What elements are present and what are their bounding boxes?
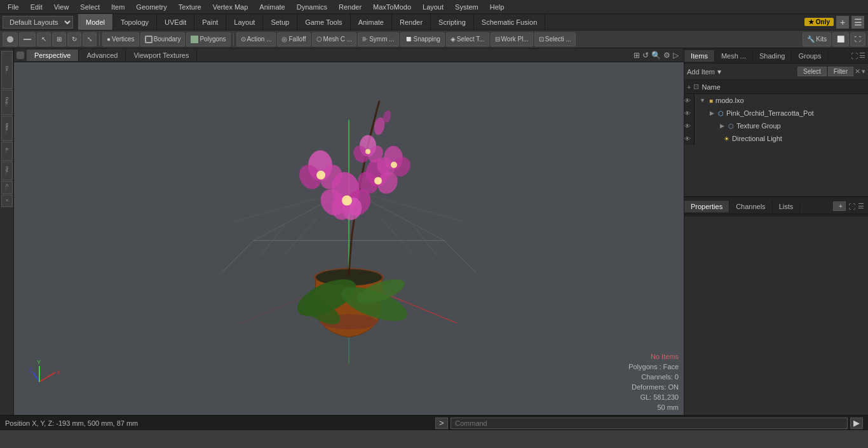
menu-render[interactable]: Render (334, 2, 367, 12)
eye-light[interactable]: 👁 (684, 132, 694, 145)
eye-texture-group[interactable]: 👁 (684, 119, 694, 132)
viewport-expand-icon[interactable]: ▷ (673, 51, 679, 60)
command-submit-btn[interactable]: ▶ (850, 417, 863, 429)
layout-tab-animate[interactable]: Animate (351, 14, 392, 30)
sidebar-f[interactable]: F (1, 194, 13, 207)
menu-file[interactable]: File (3, 2, 24, 12)
layout-selector[interactable]: Default Layouts (3, 16, 73, 29)
viewport-tab-advanced[interactable]: Advanced (79, 50, 126, 61)
command-arrow-btn[interactable]: > (435, 417, 448, 429)
select-tool-btn[interactable]: ◈ Select T... (446, 32, 489, 46)
vertices-btn[interactable]: ● Vertices (102, 32, 139, 46)
tool-rotate-btn[interactable]: ↻ (67, 32, 81, 46)
viewport-refresh-icon[interactable]: ↺ (642, 51, 649, 60)
filter-button[interactable]: Filter (828, 67, 853, 76)
header-filter-icon[interactable]: ⊡ (693, 83, 699, 91)
viewport-tab-perspective[interactable]: Perspective (27, 50, 79, 61)
menu-vertex-map[interactable]: Vertex Map (208, 2, 254, 12)
list-item-texture-group[interactable]: ▶ ⬡ Texture Group (695, 119, 868, 132)
menu-maxtomodo[interactable]: MaxToModo (368, 2, 416, 12)
tool-select-btn[interactable]: ↖ (37, 32, 51, 46)
add-layout-button[interactable]: + (836, 16, 849, 29)
menu-help[interactable]: Help (485, 2, 510, 12)
menu-texture[interactable]: Texture (173, 2, 207, 12)
menu-geometry[interactable]: Geometry (131, 2, 172, 12)
layout-tab-render[interactable]: Render (392, 14, 431, 30)
layout-tab-scripting[interactable]: Scripting (431, 14, 474, 30)
sidebar-mesh[interactable]: Mes... (1, 116, 13, 141)
panel-tab-shading[interactable]: Shading (753, 50, 792, 62)
layout-tab-topology[interactable]: Topology (113, 14, 157, 30)
command-input[interactable] (451, 417, 848, 429)
list-item-orchid[interactable]: ▶ ⬡ Pink_Orchid_Terracotta_Pot (695, 107, 868, 119)
menu-animate[interactable]: Animate (254, 2, 290, 12)
symmetry-btn[interactable]: ⊪ Symm ... (358, 32, 398, 46)
sidebar-polygon[interactable]: Pol... (1, 161, 13, 180)
sidebar-duplicate[interactable]: Dup... (1, 90, 13, 115)
panel-more-icon[interactable]: ▾ (862, 67, 865, 76)
tool-transform-btn[interactable]: ⊞ (52, 32, 66, 46)
prop-tab-channels[interactable]: Channels (729, 201, 772, 212)
eye-orchid[interactable]: 👁 (684, 107, 694, 119)
panel-options-icon[interactable]: ☰ (859, 51, 865, 60)
work-plane-btn[interactable]: ⊟ Work Pl... (491, 32, 533, 46)
viewport-settings-btn[interactable] (17, 51, 24, 59)
list-item-modo-lxo[interactable]: ▼ ■ modo.lxo (695, 94, 868, 107)
prop-tab-lists[interactable]: Lists (773, 201, 801, 212)
menu-select[interactable]: Select (75, 2, 105, 12)
sidebar-create[interactable]: C... (1, 181, 13, 194)
menu-view[interactable]: View (49, 2, 74, 12)
panel-tab-items[interactable]: Items (684, 50, 715, 62)
star-badge: ★ Only (804, 18, 834, 26)
menu-dynamics[interactable]: Dynamics (292, 2, 332, 12)
add-item-dropdown-icon[interactable]: ▾ (717, 67, 721, 76)
viewport-settings-gear-icon[interactable]: ⚙ (663, 51, 670, 60)
prop-add-btn[interactable]: + (833, 201, 846, 211)
snapping-btn[interactable]: 🔲 Snapping (400, 32, 445, 46)
viewport-style-btn[interactable]: ⬜ (832, 32, 849, 46)
menu-edit[interactable]: Edit (25, 2, 48, 12)
selection-btn[interactable]: ⊡ Selecti ... (534, 32, 576, 46)
tool-point-btn[interactable] (3, 32, 18, 46)
boundary-btn[interactable]: Boundary (140, 32, 186, 46)
layout-tab-model[interactable]: Model (78, 14, 113, 30)
panel-expand-icon[interactable]: ⛶ (851, 52, 858, 60)
viewport-3d[interactable]: No Items Polygons : Face Channels: 0 Def… (14, 62, 684, 415)
fullscreen-icon: ⛶ (855, 36, 861, 43)
panel-tab-mesh[interactable]: Mesh ... (715, 50, 753, 62)
tool-scale-btn[interactable]: ⤡ (83, 32, 97, 46)
add-item-label: Add Item (687, 68, 715, 76)
layout-tab-layout[interactable]: Layout (226, 14, 263, 30)
panel-tab-groups[interactable]: Groups (792, 50, 828, 62)
layout-tab-uvedit[interactable]: UVEdit (157, 14, 194, 30)
sidebar-edit[interactable]: E... (1, 142, 13, 161)
panel-close-icon[interactable]: ✕ (855, 67, 860, 76)
layout-tab-schematic-fusion[interactable]: Schematic Fusion (474, 14, 545, 30)
action-btn[interactable]: ⊙ Action ... (236, 32, 276, 46)
viewport[interactable]: Perspective Advanced Viewport Textures ⊞… (14, 48, 684, 415)
falloff-btn[interactable]: ◎ Falloff (277, 32, 310, 46)
layout-tab-paint[interactable]: Paint (194, 14, 226, 30)
layout-tab-game-tools[interactable]: Game Tools (297, 14, 351, 30)
kits-btn[interactable]: 🔧 Kits (803, 32, 831, 46)
tool-edge-btn[interactable] (19, 32, 36, 46)
select-button[interactable]: Select (797, 67, 827, 76)
prop-options-icon[interactable]: ☰ (858, 202, 864, 210)
menu-item[interactable]: Item (106, 2, 130, 12)
viewport-maximize-icon[interactable]: ⊞ (634, 51, 640, 60)
list-item-light[interactable]: ☀ Directional Light (695, 132, 868, 145)
viewport-tab-textures[interactable]: Viewport Textures (126, 50, 197, 61)
prop-tab-properties[interactable]: Properties (684, 201, 729, 212)
menu-layout[interactable]: Layout (417, 2, 449, 12)
sidebar-deform[interactable]: De... (1, 51, 13, 89)
mesh-btn[interactable]: ⬡ Mesh C ... (312, 32, 357, 46)
header-add-icon[interactable]: + (687, 83, 691, 91)
menu-system[interactable]: System (450, 2, 484, 12)
fullscreen-btn[interactable]: ⛶ (850, 32, 865, 46)
polygons-btn[interactable]: Polygons (186, 32, 230, 46)
layout-options-button[interactable]: ☰ (851, 16, 864, 29)
layout-tab-setup[interactable]: Setup (263, 14, 297, 30)
viewport-search-icon[interactable]: 🔍 (651, 51, 661, 60)
eye-modo-lxo[interactable]: 👁 (684, 94, 694, 107)
prop-expand-icon[interactable]: ⛶ (848, 203, 855, 210)
